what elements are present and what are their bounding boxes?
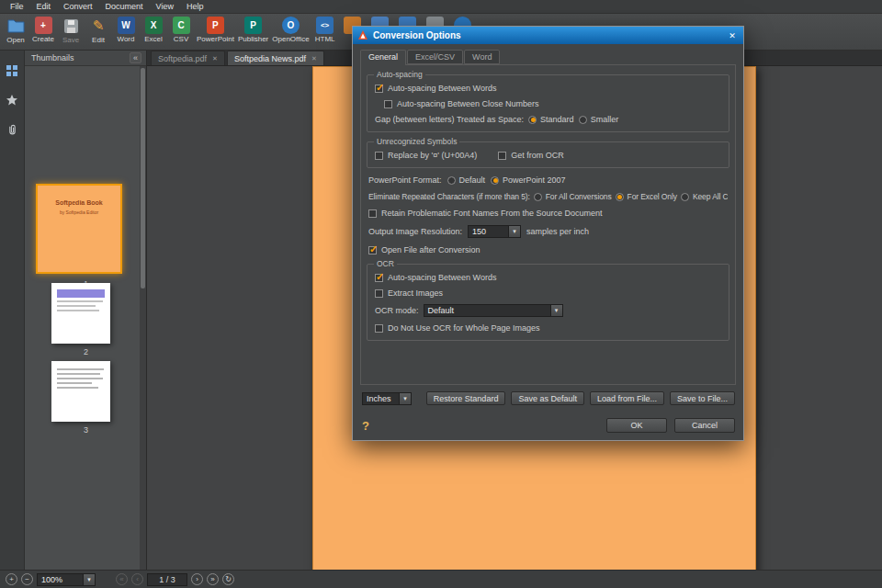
extract-images-checkbox[interactable]: Extract Images bbox=[375, 288, 443, 298]
page-indicator-field[interactable]: 1 / 3 bbox=[147, 573, 187, 586]
auto-spacing-close-numbers-checkbox[interactable]: Auto-spacing Between Close Numbers bbox=[384, 99, 539, 108]
replace-symbol-checkbox[interactable]: Replace by '¤' (U+00A4) bbox=[375, 151, 477, 160]
auto-spacing-group-title: Auto-spacing bbox=[374, 70, 425, 79]
toolbar-csv-button[interactable]: C CSV bbox=[167, 17, 195, 43]
zoom-level-select[interactable]: 100% ▾ bbox=[37, 573, 96, 586]
gap-standard-radio[interactable]: Standard bbox=[528, 115, 574, 124]
next-page-button[interactable]: › bbox=[191, 573, 203, 585]
checkbox-label: Open File after Conversion bbox=[381, 245, 481, 254]
ppt-2007-radio[interactable]: PowerPoint 2007 bbox=[491, 175, 566, 185]
open-after-conversion-checkbox[interactable]: Open File after Conversion bbox=[368, 245, 481, 254]
toolbar-word-button[interactable]: W Word bbox=[112, 17, 140, 43]
save-to-file-button[interactable]: Save to File... bbox=[670, 391, 735, 405]
load-from-file-button[interactable]: Load from File... bbox=[590, 391, 664, 405]
thumbnail-content-line bbox=[57, 300, 103, 302]
html-icon: <> bbox=[316, 17, 334, 34]
tab-excel-csv[interactable]: Excel/CSV bbox=[407, 50, 463, 64]
powerpoint-icon: P bbox=[207, 17, 224, 34]
thumbnails-panel-icon[interactable] bbox=[5, 63, 19, 78]
scrollbar-thumb[interactable] bbox=[141, 68, 145, 288]
thumbnail-1-title: Softpedia Book bbox=[38, 199, 120, 206]
toolbar-excel-button[interactable]: X Excel bbox=[140, 17, 167, 43]
toolbar-powerpoint-button[interactable]: P PowerPoint bbox=[195, 17, 236, 43]
checkbox-label: Extract Images bbox=[388, 288, 443, 298]
excel-glyph: X bbox=[151, 20, 157, 30]
first-page-button[interactable]: « bbox=[116, 573, 128, 585]
thumbnail-page-3[interactable] bbox=[51, 361, 110, 422]
keep-all-characters-radio[interactable]: Keep All Characters bbox=[681, 192, 728, 201]
thumbnail-3-number: 3 bbox=[25, 425, 147, 435]
toolbar-create-button[interactable]: + Create bbox=[29, 17, 57, 43]
no-ocr-row: Do Not Use OCR for Whole Page Images bbox=[375, 323, 721, 333]
dialog-general-panel: Auto-spacing Auto-spacing Between Words … bbox=[360, 64, 736, 385]
toolbar-save-button[interactable]: Save bbox=[57, 17, 85, 44]
radio-dot bbox=[616, 193, 624, 201]
menu-view[interactable]: View bbox=[151, 1, 179, 12]
ocr-mode-select[interactable]: Default ▾ bbox=[424, 304, 563, 317]
tab-softpedia-pdf[interactable]: Softpedia.pdf ✕ bbox=[151, 51, 225, 65]
restore-standard-button[interactable]: Restore Standard bbox=[426, 391, 506, 405]
tab-word[interactable]: Word bbox=[464, 50, 500, 64]
save-as-default-button[interactable]: Save as Default bbox=[511, 391, 584, 405]
thumbnails-scrollbar[interactable] bbox=[140, 66, 146, 570]
close-icon[interactable]: ✕ bbox=[726, 31, 739, 40]
auto-spacing-words-checkbox[interactable]: Auto-spacing Between Words bbox=[375, 84, 496, 93]
output-resolution-select[interactable]: 150 ▾ bbox=[468, 225, 521, 238]
units-select[interactable]: Inches ▾ bbox=[362, 392, 412, 405]
last-page-button[interactable]: » bbox=[207, 573, 219, 585]
bookmarks-star-icon[interactable] bbox=[5, 93, 19, 107]
eliminate-all-conversions-radio[interactable]: For All Conversions bbox=[534, 192, 612, 201]
eliminate-excel-only-radio[interactable]: For Excel Only bbox=[616, 192, 677, 201]
no-ocr-whole-page-checkbox[interactable]: Do Not Use OCR for Whole Page Images bbox=[375, 323, 540, 333]
menu-convert[interactable]: Convert bbox=[58, 1, 98, 12]
rotate-view-button[interactable]: ↻ bbox=[222, 573, 234, 585]
thumbnail-page-1[interactable]: Softpedia Book by Softpedia Editor bbox=[36, 184, 122, 274]
thumbnail-page-2[interactable] bbox=[51, 283, 110, 344]
thumbnail-1-subtitle: by Softpedia Editor bbox=[38, 209, 120, 215]
toolbar-html-button[interactable]: <> HTML bbox=[311, 17, 339, 43]
publisher-glyph: P bbox=[250, 20, 256, 30]
toolbar-open-button[interactable]: Open bbox=[2, 17, 29, 44]
menu-edit[interactable]: Edit bbox=[31, 1, 57, 12]
ocr-auto-spacing-checkbox[interactable]: Auto-spacing Between Words bbox=[375, 273, 496, 282]
ppt-default-radio[interactable]: Default bbox=[447, 175, 486, 185]
output-resolution-label: Output Image Resolution: bbox=[368, 227, 462, 236]
zoom-in-button[interactable]: + bbox=[6, 573, 17, 585]
menu-document[interactable]: Document bbox=[100, 1, 149, 12]
gap-smaller-radio[interactable]: Smaller bbox=[579, 115, 619, 124]
checkbox-box bbox=[368, 246, 377, 254]
powerpoint-format-label: PowerPoint Format: bbox=[368, 175, 442, 185]
checkbox-box bbox=[375, 289, 383, 298]
thumbnail-content-line bbox=[57, 310, 99, 311]
close-icon[interactable]: ✕ bbox=[311, 55, 317, 62]
ok-button[interactable]: OK bbox=[606, 418, 667, 433]
toolbar-edit-button[interactable]: ✎ Edit bbox=[85, 17, 112, 44]
toolbar-publisher-button[interactable]: P Publisher bbox=[236, 17, 270, 43]
ocr-group: OCR Auto-spacing Between Words Extract I… bbox=[367, 264, 729, 341]
menu-help[interactable]: Help bbox=[181, 1, 209, 12]
zoom-out-button[interactable]: − bbox=[21, 573, 33, 585]
retain-font-names-checkbox[interactable]: Retain Problematic Font Names From the S… bbox=[368, 209, 603, 218]
create-document-icon: + bbox=[35, 17, 52, 34]
get-from-ocr-checkbox[interactable]: Get from OCR bbox=[498, 151, 564, 160]
menubar: File Edit Convert Document View Help bbox=[0, 0, 882, 14]
cancel-button[interactable]: Cancel bbox=[674, 418, 735, 433]
settings-buttons: Restore Standard Save as Default Load fr… bbox=[426, 391, 735, 405]
excel-icon: X bbox=[145, 17, 163, 34]
close-icon[interactable]: ✕ bbox=[212, 55, 218, 62]
menu-file[interactable]: File bbox=[5, 1, 29, 12]
thumbnail-2-number: 2 bbox=[25, 347, 147, 356]
dialog-titlebar[interactable]: Conversion Options ✕ bbox=[353, 27, 743, 44]
toolbar-open-label: Open bbox=[6, 36, 25, 44]
tab-general[interactable]: General bbox=[360, 50, 406, 65]
attachments-paperclip-icon[interactable] bbox=[5, 122, 19, 137]
collapse-panel-icon[interactable]: « bbox=[130, 52, 141, 63]
toolbar-openoffice-button[interactable]: O OpenOffice bbox=[270, 17, 311, 43]
auto-spacing-numbers-row: Auto-spacing Between Close Numbers bbox=[384, 99, 721, 108]
ocr-mode-label: OCR mode: bbox=[375, 306, 419, 315]
unrecognized-symbols-group: Unrecognized Symbols Replace by '¤' (U+0… bbox=[367, 141, 729, 168]
prev-page-button[interactable]: ‹ bbox=[131, 573, 143, 585]
help-button[interactable]: ? bbox=[362, 419, 369, 433]
tab-softpedia-news-pdf[interactable]: Softpedia News.pdf ✕ bbox=[227, 51, 324, 65]
checkbox-label: Auto-spacing Between Words bbox=[388, 273, 496, 282]
